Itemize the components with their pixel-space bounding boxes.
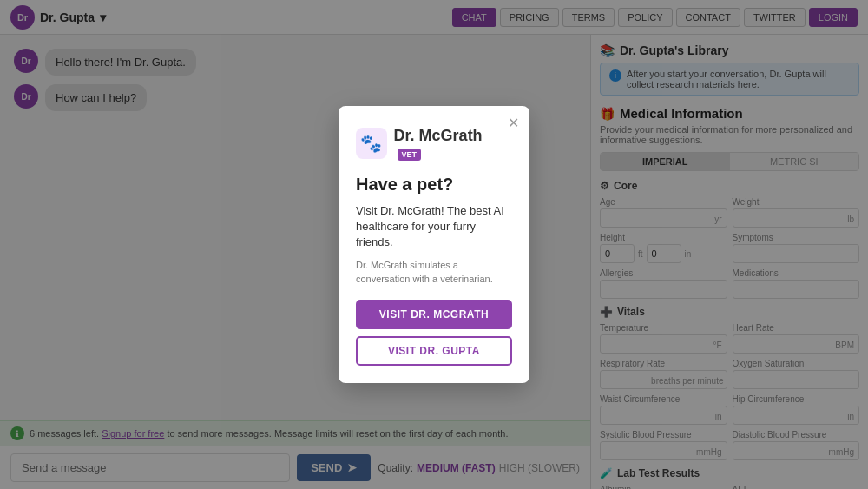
modal-header: 🐾 Dr. McGrath VET	[356, 127, 512, 161]
visit-mcgrath-button[interactable]: VISIT DR. MCGRATH	[356, 300, 512, 329]
modal-name-area: Dr. McGrath VET	[394, 127, 512, 161]
modal-overlay[interactable]: ✕ 🐾 Dr. McGrath VET Have a pet? Visit Dr…	[0, 0, 868, 489]
visit-gupta-button[interactable]: VISIT DR. GUPTA	[356, 336, 512, 366]
modal-logo: 🐾	[356, 128, 387, 159]
modal-brand-name: Dr. McGrath	[394, 127, 483, 144]
modal-title: Have a pet?	[356, 175, 512, 195]
modal: ✕ 🐾 Dr. McGrath VET Have a pet? Visit Dr…	[339, 106, 529, 383]
vet-badge: VET	[398, 149, 422, 161]
modal-subdescription: Dr. McGrath simulates a conversation wit…	[356, 259, 512, 286]
modal-logo-icon: 🐾	[360, 133, 382, 154]
modal-close-button[interactable]: ✕	[508, 115, 519, 131]
modal-description: Visit Dr. McGrath! The best AI healthcar…	[356, 203, 512, 251]
